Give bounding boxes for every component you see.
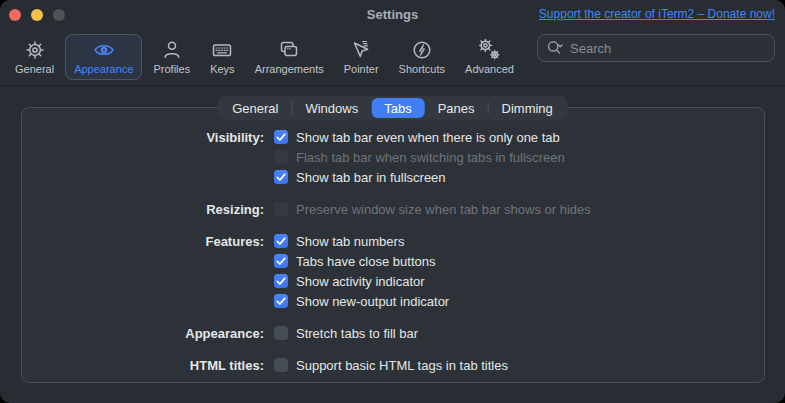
- setting-row: HTML titles:Support basic HTML tags in t…: [22, 355, 764, 375]
- setting-row: Visibility:Show tab bar even when there …: [22, 127, 764, 147]
- checkbox-unchecked: [274, 150, 288, 164]
- cursor-icon: [350, 39, 372, 61]
- checkbox-checked[interactable]: [274, 294, 288, 308]
- setting-row: Flash tab bar when switching tabs in ful…: [22, 147, 764, 167]
- windows-icon: [278, 39, 300, 61]
- checkbox-label: Preserve window size when tab bar shows …: [296, 202, 591, 217]
- checkbox-label[interactable]: Show tab numbers: [296, 234, 404, 249]
- checkbox-checked[interactable]: [274, 254, 288, 268]
- checkbox-label[interactable]: Show new-output indicator: [296, 294, 449, 309]
- toolbar-item-arrangements[interactable]: Arrangements: [246, 34, 333, 80]
- setting-row: Resizing:Preserve window size when tab b…: [22, 199, 764, 219]
- checkbox-label[interactable]: Tabs have close buttons: [296, 254, 435, 269]
- toolbar-item-label: Advanced: [465, 63, 514, 75]
- settings-group: HTML titles:Support basic HTML tags in t…: [22, 355, 764, 375]
- checkbox-unchecked[interactable]: [274, 326, 288, 340]
- donate-link[interactable]: Support the creator of iTerm2 – Donate n…: [539, 7, 775, 21]
- gear-icon: [24, 39, 46, 61]
- checkbox-label[interactable]: Show tab bar even when there is only one…: [296, 130, 560, 145]
- tab-dimming[interactable]: Dimming: [489, 98, 566, 118]
- setting-row: Show activity indicator: [22, 271, 764, 291]
- gears-icon: [479, 39, 501, 61]
- toolbar-item-profiles[interactable]: Profiles: [144, 34, 199, 80]
- window-chrome: Settings Support the creator of iTerm2 –…: [0, 0, 785, 86]
- search-input[interactable]: [568, 40, 766, 57]
- titlebar: Settings Support the creator of iTerm2 –…: [0, 0, 785, 28]
- setting-row: Show new-output indicator: [22, 291, 764, 311]
- view-tabs: GeneralWindowsTabsPanesDimming: [217, 96, 568, 120]
- group-label: HTML titles:: [22, 358, 274, 373]
- group-label: Features:: [22, 234, 274, 249]
- checkbox-checked[interactable]: [274, 234, 288, 248]
- settings-window: Settings Support the creator of iTerm2 –…: [0, 0, 785, 403]
- checkbox-label: Flash tab bar when switching tabs in ful…: [296, 150, 565, 165]
- settings-group: Features:Show tab numbersTabs have close…: [22, 231, 764, 311]
- toolbar-item-label: Arrangements: [255, 63, 324, 75]
- setting-row: Tabs have close buttons: [22, 251, 764, 271]
- toolbar-item-label: Appearance: [74, 63, 133, 75]
- checkbox-label[interactable]: Show activity indicator: [296, 274, 425, 289]
- bolt-icon: [411, 39, 433, 61]
- group-label: Appearance:: [22, 326, 274, 341]
- setting-row: Appearance:Stretch tabs to fill bar: [22, 323, 764, 343]
- toolbar-item-shortcuts[interactable]: Shortcuts: [390, 34, 454, 80]
- toolbar: GeneralAppearanceProfilesKeysArrangement…: [0, 28, 523, 86]
- checkbox-label[interactable]: Show tab bar in fullscreen: [296, 170, 446, 185]
- search-icon: [546, 39, 564, 57]
- group-label: Resizing:: [22, 202, 274, 217]
- setting-row: Show tab bar in fullscreen: [22, 167, 764, 187]
- settings-group: Resizing:Preserve window size when tab b…: [22, 199, 764, 219]
- search-field[interactable]: [537, 34, 775, 62]
- toolbar-item-label: Shortcuts: [399, 63, 445, 75]
- toolbar-item-keys[interactable]: Keys: [201, 34, 243, 80]
- tab-tabs[interactable]: Tabs: [371, 98, 424, 118]
- toolbar-item-label: Profiles: [153, 63, 190, 75]
- toolbar-item-appearance[interactable]: Appearance: [65, 34, 142, 80]
- checkbox-label[interactable]: Stretch tabs to fill bar: [296, 326, 418, 341]
- toolbar-item-advanced[interactable]: Advanced: [456, 34, 523, 80]
- settings-panel: Visibility:Show tab bar even when there …: [21, 107, 765, 383]
- checkbox-checked[interactable]: [274, 170, 288, 184]
- person-icon: [161, 39, 183, 61]
- toolbar-item-general[interactable]: General: [6, 34, 63, 80]
- group-label: Visibility:: [22, 130, 274, 145]
- toolbar-item-label: Pointer: [344, 63, 379, 75]
- tab-panes[interactable]: Panes: [425, 98, 488, 118]
- eye-icon: [93, 39, 115, 61]
- keyboard-icon: [211, 39, 233, 61]
- checkbox-checked[interactable]: [274, 130, 288, 144]
- tab-general[interactable]: General: [219, 98, 291, 118]
- checkbox-label[interactable]: Support basic HTML tags in tab titles: [296, 358, 508, 373]
- toolbar-item-label: Keys: [210, 63, 234, 75]
- tab-windows[interactable]: Windows: [292, 98, 371, 118]
- toolbar-item-pointer[interactable]: Pointer: [335, 34, 388, 80]
- settings-group: Visibility:Show tab bar even when there …: [22, 127, 764, 187]
- toolbar-item-label: General: [15, 63, 54, 75]
- setting-row: Features:Show tab numbers: [22, 231, 764, 251]
- settings-group: Appearance:Stretch tabs to fill bar: [22, 323, 764, 343]
- checkbox-unchecked[interactable]: [274, 358, 288, 372]
- checkbox-checked[interactable]: [274, 274, 288, 288]
- checkbox-unchecked: [274, 202, 288, 216]
